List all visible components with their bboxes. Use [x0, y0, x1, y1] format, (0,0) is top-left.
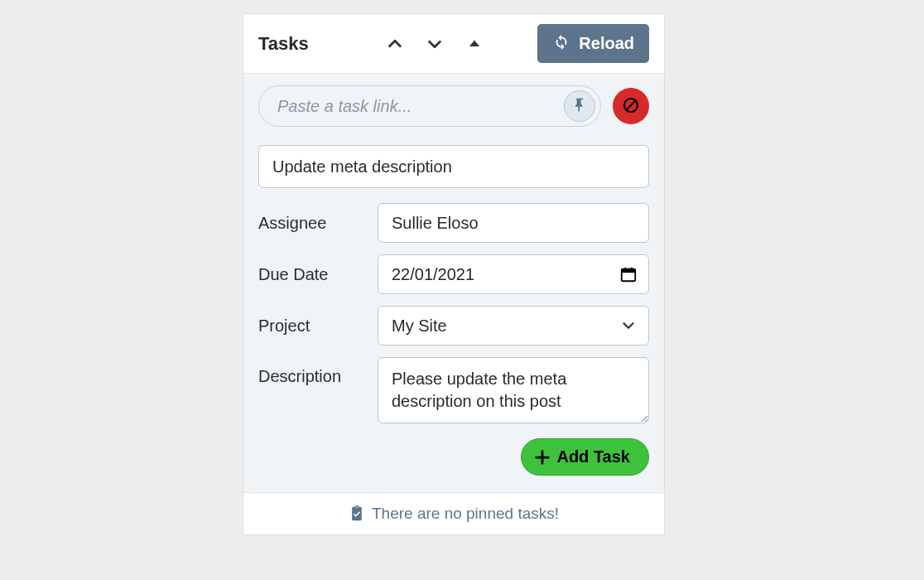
reload-button-label: Reload: [579, 34, 634, 53]
tasks-panel: Tasks Reload: [243, 13, 665, 535]
assignee-label: Assignee: [258, 214, 378, 233]
panel-title: Tasks: [258, 33, 309, 55]
clipboard-check-icon: [349, 505, 365, 522]
form-actions: Add Task: [258, 438, 649, 476]
reload-icon: [552, 32, 570, 55]
empty-state-text: There are no pinned tasks!: [372, 505, 559, 523]
svg-line-2: [627, 100, 636, 109]
panel-footer: There are no pinned tasks!: [243, 492, 664, 534]
add-task-button-label: Add Task: [556, 447, 630, 466]
paste-link-row: [258, 85, 649, 127]
project-label: Project: [258, 317, 378, 336]
paste-link-pill: [258, 85, 601, 127]
assignee-row: Assignee: [258, 203, 649, 243]
description-label: Description: [258, 357, 378, 386]
chevron-down-icon[interactable]: [426, 35, 444, 53]
task-title-input[interactable]: [258, 145, 649, 188]
project-row: Project My Site: [258, 306, 649, 346]
svg-marker-0: [469, 40, 479, 46]
due-date-row: Due Date: [258, 254, 649, 294]
due-date-label: Due Date: [258, 265, 378, 284]
plus-icon: [533, 448, 551, 466]
panel-nav-icons: [342, 35, 528, 53]
cancel-button[interactable]: [613, 88, 649, 124]
description-textarea[interactable]: [378, 357, 649, 423]
reload-button[interactable]: Reload: [537, 24, 649, 63]
assignee-input[interactable]: [378, 203, 649, 243]
collapse-up-icon[interactable]: [465, 35, 484, 53]
pin-button[interactable]: [564, 90, 595, 122]
panel-header: Tasks Reload: [243, 14, 664, 74]
description-row: Description: [258, 357, 649, 427]
due-date-input[interactable]: [378, 254, 649, 294]
pin-icon: [571, 97, 588, 116]
chevron-up-icon[interactable]: [386, 35, 404, 53]
project-select[interactable]: My Site: [378, 306, 649, 346]
paste-link-input[interactable]: [277, 97, 564, 116]
add-task-button[interactable]: Add Task: [521, 438, 649, 476]
panel-body: Assignee Due Date Project My Site: [243, 74, 664, 492]
block-icon: [621, 95, 641, 118]
